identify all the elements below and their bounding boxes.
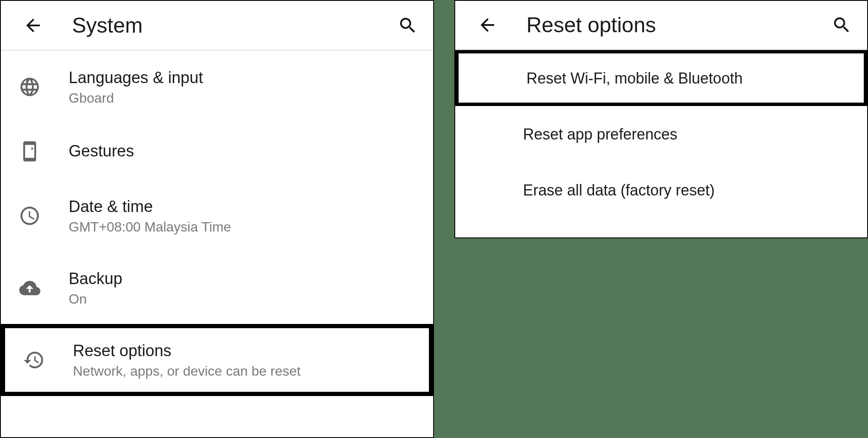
- row-sub: Network, apps, or device can be reset: [73, 363, 300, 379]
- row-label: Gestures: [69, 141, 134, 162]
- search-icon: [398, 15, 418, 36]
- page-title: System: [72, 13, 392, 38]
- search-icon: [832, 15, 852, 35]
- page-title: Reset options: [526, 13, 826, 37]
- row-label: Backup: [69, 269, 122, 289]
- clock-icon: [18, 204, 42, 228]
- row-label: Reset app preferences: [523, 125, 677, 144]
- app-bar: System: [1, 1, 433, 51]
- phone-gesture-icon: [18, 139, 42, 163]
- row-reset-options[interactable]: Reset options Network, apps, or device c…: [1, 324, 433, 396]
- system-settings-panel: System Languages & input Gboard Gestures…: [0, 0, 434, 438]
- row-label: Languages & input: [69, 68, 203, 88]
- row-label: Erase all data (factory reset): [523, 181, 715, 200]
- arrow-back-icon: [23, 15, 43, 36]
- back-button[interactable]: [18, 10, 48, 41]
- search-button[interactable]: [392, 10, 423, 41]
- row-gestures[interactable]: Gestures: [1, 123, 433, 180]
- row-sub: GMT+08:00 Malaysia Time: [69, 219, 231, 235]
- cloud-up-icon: [18, 276, 42, 300]
- arrow-back-icon: [477, 15, 498, 35]
- search-button[interactable]: [826, 10, 857, 40]
- row-backup[interactable]: Backup On: [1, 252, 433, 324]
- back-button[interactable]: [472, 10, 503, 40]
- row-sub: Gboard: [69, 90, 203, 106]
- app-bar: Reset options: [455, 0, 867, 50]
- row-label: Date & time: [69, 197, 231, 217]
- row-label: Reset Wi-Fi, mobile & Bluetooth: [526, 69, 743, 88]
- row-languages-input[interactable]: Languages & input Gboard: [1, 51, 433, 123]
- row-date-time[interactable]: Date & time GMT+08:00 Malaysia Time: [1, 180, 433, 252]
- reset-options-panel: Reset options Reset Wi-Fi, mobile & Blue…: [454, 0, 868, 238]
- globe-icon: [18, 75, 42, 99]
- history-icon: [22, 348, 46, 372]
- row-label: Reset options: [73, 341, 300, 361]
- row-reset-app-preferences[interactable]: Reset app preferences: [455, 106, 867, 162]
- row-erase-all-data[interactable]: Erase all data (factory reset): [455, 162, 867, 218]
- row-reset-network[interactable]: Reset Wi-Fi, mobile & Bluetooth: [455, 50, 867, 106]
- row-sub: On: [69, 291, 122, 307]
